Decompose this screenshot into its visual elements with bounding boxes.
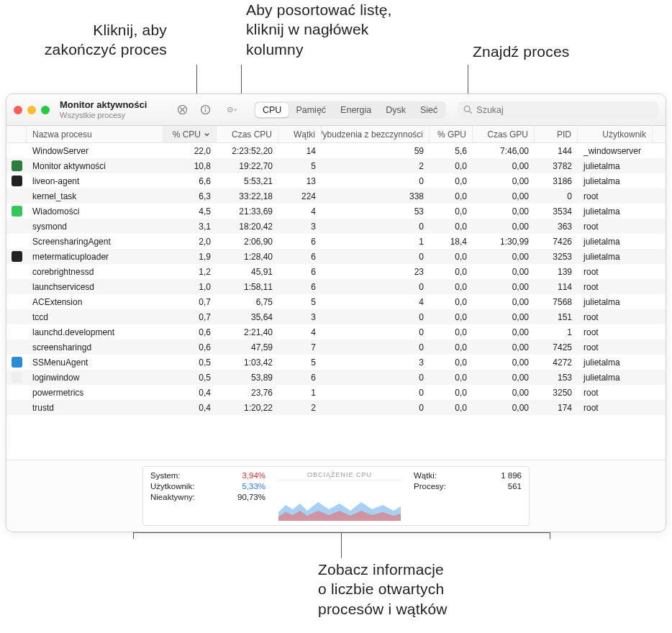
table-row[interactable]: corebrightnessd1,245,916230,00,00139root [6, 264, 666, 279]
svg-line-9 [470, 111, 472, 113]
tab-cpu[interactable]: CPU [255, 103, 289, 117]
close-window-button[interactable] [14, 106, 22, 114]
tab-dysk[interactable]: Dysk [378, 103, 413, 117]
column-header[interactable]: Nazwa procesu [27, 126, 163, 142]
cell: 0,7 [163, 312, 217, 322]
cell: 1,9 [163, 252, 217, 262]
table-row[interactable]: launchd.development0,62:21,40400,00,001r… [6, 324, 666, 340]
column-header[interactable]: PID [535, 126, 578, 142]
cell: root [578, 191, 653, 201]
minimize-window-button[interactable] [27, 106, 36, 114]
stat-idle-value: 90,73% [237, 493, 265, 501]
table-row[interactable]: launchservicesd1,01:58,11600,00,00114roo… [6, 279, 666, 294]
cell: 3250 [535, 388, 578, 398]
zoom-window-button[interactable] [41, 106, 50, 114]
cell: 3186 [535, 176, 578, 186]
cell: 6 [278, 252, 322, 262]
cpu-load-chart: OBCIĄŻENIE CPU [278, 471, 401, 521]
window-title-block: Monitor aktywności Wszystkie procesy [60, 100, 168, 119]
column-header[interactable] [6, 126, 27, 142]
cell: 139 [535, 267, 578, 277]
table-header: Nazwa procesu% CPUCzas CPUWątkiWybudzeni… [6, 126, 666, 143]
cell: root [578, 403, 653, 413]
info-icon [200, 104, 211, 115]
tab-pamięć[interactable]: Pamięć [289, 103, 333, 117]
cell: 18:20,42 [217, 222, 278, 232]
cell: 5,6 [430, 146, 473, 156]
cell: 1 [322, 237, 430, 247]
table-row[interactable]: Monitor aktywności10,819:22,70520,00,003… [6, 158, 666, 173]
table-row[interactable]: Wiadomości4,521:33,694530,00,003534julie… [6, 204, 666, 219]
cell: 363 [535, 222, 578, 232]
table-row[interactable]: ScreensharingAgent2,02:06,906118,41:30,9… [6, 234, 666, 249]
cell: 4 [322, 297, 430, 307]
process-table-body[interactable]: WindowServer22,02:23:52,2014595,67:46,00… [6, 143, 666, 460]
tab-sieć[interactable]: Sieć [413, 103, 445, 117]
cell [6, 160, 27, 171]
column-header[interactable]: % CPU [163, 126, 217, 142]
cell: 3 [278, 222, 322, 232]
column-header[interactable]: Czas GPU [473, 126, 535, 142]
cell: 0,5 [163, 373, 217, 383]
cell: 33:22,18 [217, 191, 278, 201]
cell: 0,0 [430, 282, 473, 292]
activity-monitor-window: Monitor aktywności Wszystkie procesy CPU… [6, 94, 666, 532]
table-row[interactable]: trustd0,41:20,22200,00,00174root [6, 400, 666, 415]
cell: 6 [278, 282, 322, 292]
cell: 0,00 [473, 191, 535, 201]
cell: Monitor aktywności [27, 161, 163, 171]
cell: 0,00 [473, 267, 535, 277]
column-header[interactable]: Wybudzenia z bezczynności [322, 126, 430, 142]
toolbar: Monitor aktywności Wszystkie procesy CPU… [6, 94, 666, 126]
cell: 7568 [535, 297, 578, 307]
cell: 1:03,42 [217, 358, 278, 368]
cell: 2 [322, 161, 430, 171]
search-input[interactable] [476, 105, 653, 115]
stat-threads-value: 1 896 [501, 471, 522, 480]
cell: 1,2 [163, 267, 217, 277]
table-row[interactable]: WindowServer22,02:23:52,2014595,67:46,00… [6, 143, 666, 158]
column-header[interactable]: Wątki [278, 126, 322, 142]
cell: 0 [322, 342, 430, 352]
table-row[interactable]: ACExtension0,76,75540,00,007568julietalm… [6, 294, 666, 309]
cell: 153 [535, 373, 578, 383]
cell: 0,00 [473, 222, 535, 232]
table-row[interactable]: SSMenuAgent0,51:03,42530,00,004272juliet… [6, 355, 666, 370]
options-menu-button[interactable] [219, 102, 244, 118]
cpu-percent-col: System:3,94% Użytkownik:5,33% Nieaktywny… [150, 471, 265, 521]
cell: 0,00 [473, 403, 535, 413]
column-header[interactable]: Czas CPU [217, 126, 278, 142]
cell: 1 [535, 327, 578, 337]
cell: 10,8 [163, 161, 217, 171]
quit-process-button[interactable] [173, 102, 191, 118]
stat-user-label: Użytkownik: [150, 482, 194, 491]
cell: julietalma [578, 297, 653, 307]
column-header[interactable]: % GPU [430, 126, 473, 142]
cell: 0,00 [473, 206, 535, 217]
cell: 0 [535, 191, 578, 201]
cell: 0,0 [430, 342, 473, 352]
stat-system-label: System: [150, 471, 181, 480]
search-field[interactable] [458, 101, 658, 119]
table-row[interactable]: powermetrics0,423,76100,00,003250root [6, 385, 666, 400]
cell: 0,0 [430, 252, 473, 262]
cell: julietalma [578, 373, 653, 383]
inspect-process-button[interactable] [196, 102, 214, 118]
cell: 0,7 [163, 297, 217, 307]
table-row[interactable]: loginwindow0,553,89600,00,00153julietalm… [6, 370, 666, 385]
table-row[interactable]: metermaticuploader1,91:28,40600,00,00325… [6, 249, 666, 264]
window-title: Monitor aktywności [60, 100, 168, 110]
cell: root [578, 282, 653, 292]
column-header[interactable]: Użytkownik [578, 126, 653, 142]
tab-energia[interactable]: Energia [333, 103, 378, 117]
table-row[interactable]: sysmond3,118:20,42300,00,00363root [6, 219, 666, 234]
window-subtitle: Wszystkie procesy [60, 111, 168, 119]
table-row[interactable]: kernel_task6,333:22,182243380,00,000root [6, 188, 666, 204]
cell: WindowServer [27, 146, 163, 156]
cell: 0 [322, 373, 430, 383]
cell: 0,4 [163, 388, 217, 398]
table-row[interactable]: liveon-agent6,65:53,211300,00,003186juli… [6, 173, 666, 188]
table-row[interactable]: screensharingd0,647,59700,00,007425root [6, 340, 666, 355]
cell: 45,91 [217, 267, 278, 277]
table-row[interactable]: tccd0,735,64300,00,00151root [6, 309, 666, 324]
